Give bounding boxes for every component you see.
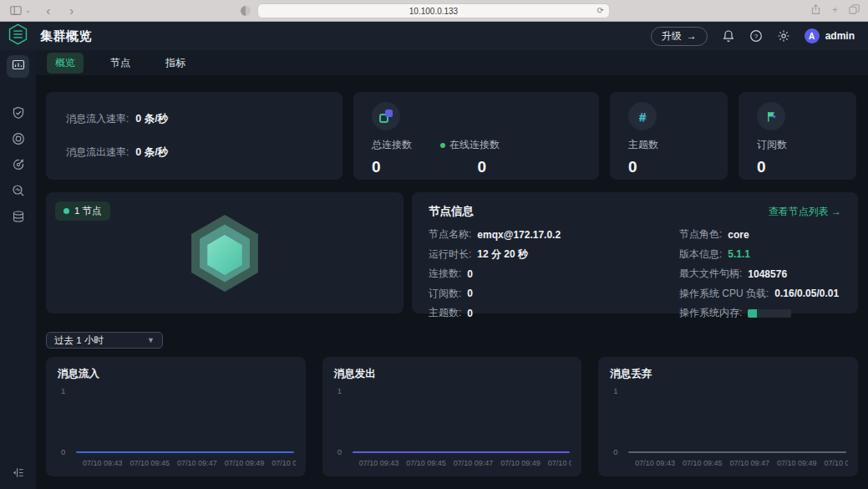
series-line bbox=[353, 451, 571, 453]
series-line bbox=[628, 451, 846, 453]
version-row: 版本信息:5.1.1 bbox=[679, 247, 839, 262]
screen: ⌄ ‹ › 10.100.0.133 ⟳ + bbox=[0, 0, 868, 489]
chart-title: 消息流入 bbox=[58, 367, 296, 381]
x-axis-labels: 07/10 09:4307/10 09:4507/10 09:4707/10 0… bbox=[359, 459, 572, 467]
back-icon[interactable]: ‹ bbox=[43, 5, 54, 17]
new-tab-icon[interactable]: + bbox=[832, 4, 838, 18]
subscriptions-row: 订阅数:0 bbox=[429, 287, 679, 301]
online-connections-value: 0 bbox=[478, 158, 487, 176]
node-role-row: 节点角色:core bbox=[679, 227, 839, 242]
bell-icon[interactable] bbox=[722, 29, 735, 43]
help-icon[interactable]: ? bbox=[749, 29, 763, 43]
integration-icon bbox=[12, 132, 25, 149]
chevron-down-icon: ▼ bbox=[147, 336, 155, 344]
y-axis-max: 1 bbox=[338, 386, 342, 395]
messages-out-rate: 消息流出速率:0 条/秒 bbox=[66, 140, 322, 165]
chevron-down-icon[interactable]: ⌄ bbox=[25, 7, 31, 14]
sidebar-item-management[interactable] bbox=[7, 155, 29, 177]
tab-bar: 概览 节点 指标 bbox=[36, 50, 868, 75]
max-fds-row: 最大文件句柄:1048576 bbox=[679, 267, 839, 281]
user-menu[interactable]: A admin bbox=[805, 28, 855, 43]
sidebar-item-integration[interactable] bbox=[7, 129, 29, 151]
share-icon[interactable] bbox=[810, 4, 821, 18]
message-rate-card: 消息流入速率:0 条/秒 消息流出速率:0 条/秒 bbox=[46, 92, 343, 180]
url-field[interactable]: 10.100.0.133 ⟳ bbox=[257, 3, 610, 18]
node-name-row: 节点名称:emqx@172.17.0.2 bbox=[429, 227, 679, 242]
content: 消息流入速率:0 条/秒 消息流出速率:0 条/秒 总连接数 bbox=[36, 75, 868, 489]
app-header: 集群概览 升级 → ? A admin bbox=[0, 22, 868, 50]
tab-metrics[interactable]: 指标 bbox=[157, 53, 194, 74]
y-axis-max: 1 bbox=[613, 386, 617, 395]
page-title: 集群概览 bbox=[40, 28, 92, 44]
tab-overview-icon[interactable] bbox=[849, 4, 860, 18]
sidebar bbox=[0, 50, 36, 489]
x-axis-labels: 07/10 09:4307/10 09:4507/10 09:4707/10 0… bbox=[635, 459, 848, 467]
cpu-load-row: 操作系统 CPU 负载:0.16/0.05/0.01 bbox=[679, 287, 839, 301]
sidebar-collapse-button[interactable] bbox=[0, 466, 36, 482]
messages-in-rate-label: 消息流入速率: bbox=[66, 113, 129, 125]
emqx-logo[interactable] bbox=[8, 23, 28, 48]
forward-icon[interactable]: › bbox=[66, 5, 78, 17]
view-node-list-link[interactable]: 查看节点列表 → bbox=[769, 205, 841, 219]
sidebar-item-diagnose[interactable] bbox=[7, 181, 29, 203]
menu-unfold-icon bbox=[12, 466, 24, 482]
uptime-row: 运行时长:12 分 20 秒 bbox=[429, 247, 679, 262]
memory-row: 操作系统内存: bbox=[679, 306, 839, 320]
dashboard-icon bbox=[12, 59, 25, 75]
emqx-dashboard: 集群概览 升级 → ? A admin bbox=[0, 22, 868, 489]
node-count-badge: 1 节点 bbox=[55, 201, 110, 221]
layers-icon bbox=[12, 210, 25, 227]
online-connections-label: 在线连接数 bbox=[440, 138, 500, 152]
sidebar-item-monitoring[interactable] bbox=[7, 55, 29, 78]
topics-row: 主题数:0 bbox=[429, 306, 679, 320]
shield-check-icon bbox=[12, 106, 25, 123]
sidebar-toggle-icon[interactable] bbox=[10, 5, 22, 17]
sidebar-item-system[interactable] bbox=[7, 206, 29, 229]
arrow-right-icon: → bbox=[687, 30, 697, 42]
time-range-value: 过去 1 小时 bbox=[54, 334, 104, 347]
messages-out-rate-label: 消息流出速率: bbox=[66, 146, 129, 158]
main-area: 概览 节点 指标 消息流入速率:0 条/秒 消息流出速率:0 条/秒 bbox=[36, 50, 868, 489]
chart-title: 消息发出 bbox=[334, 367, 572, 381]
connections-icon bbox=[372, 102, 400, 130]
username: admin bbox=[825, 30, 855, 42]
subscriptions-flag-icon bbox=[757, 102, 785, 130]
tab-nodes[interactable]: 节点 bbox=[102, 53, 139, 74]
node-visual-card: 1 节点 bbox=[46, 192, 404, 313]
total-connections-value: 0 bbox=[372, 158, 381, 176]
memory-bar bbox=[748, 309, 791, 318]
messages-in-rate-value: 0 条/秒 bbox=[135, 113, 168, 125]
online-dot-icon bbox=[440, 143, 445, 148]
series-line bbox=[76, 451, 294, 453]
chart-title: 消息丢弃 bbox=[610, 367, 848, 381]
node-info-title: 节点信息 bbox=[429, 204, 474, 219]
upgrade-label: 升级 bbox=[662, 29, 682, 43]
svg-text:?: ? bbox=[754, 33, 758, 40]
url-text: 10.100.0.133 bbox=[409, 7, 458, 16]
chart-messages-in: 消息流入 1 0 07/10 09:4307/10 09:4507/10 09:… bbox=[46, 357, 306, 476]
total-connections-label: 总连接数 bbox=[372, 138, 412, 152]
topics-card: # 主题数 0 bbox=[610, 92, 728, 180]
connections-row: 连接数:0 bbox=[429, 267, 679, 281]
y-axis-min: 0 bbox=[613, 447, 617, 456]
y-axis-min: 0 bbox=[338, 447, 342, 456]
avatar: A bbox=[805, 28, 820, 43]
y-axis-min: 0 bbox=[61, 447, 65, 456]
chart-messages-dropped: 消息丢弃 1 0 07/10 09:4307/10 09:4507/10 09:… bbox=[598, 357, 858, 476]
sidebar-item-access-control[interactable] bbox=[7, 103, 29, 125]
subscriptions-card: 订阅数 0 bbox=[739, 92, 856, 180]
node-hexagon-icon[interactable] bbox=[185, 211, 265, 295]
node-info-card: 节点信息 查看节点列表 → 节点名称:emqx@172.17.0.2 运行时长:… bbox=[412, 192, 858, 313]
privacy-shield-icon[interactable] bbox=[241, 6, 251, 16]
messages-in-rate: 消息流入速率:0 条/秒 bbox=[66, 107, 322, 131]
browser-chrome: ⌄ ‹ › 10.100.0.133 ⟳ + bbox=[0, 0, 868, 22]
reload-icon[interactable]: ⟳ bbox=[597, 6, 604, 15]
messages-out-rate-value: 0 条/秒 bbox=[135, 146, 168, 158]
upgrade-button[interactable]: 升级 → bbox=[651, 27, 708, 46]
topics-icon: # bbox=[628, 102, 657, 130]
topics-value: 0 bbox=[628, 158, 637, 176]
tab-overview[interactable]: 概览 bbox=[47, 53, 84, 74]
node-dot-icon bbox=[63, 208, 69, 214]
gear-icon[interactable] bbox=[777, 29, 790, 43]
time-range-select[interactable]: 过去 1 小时 ▼ bbox=[46, 332, 163, 349]
